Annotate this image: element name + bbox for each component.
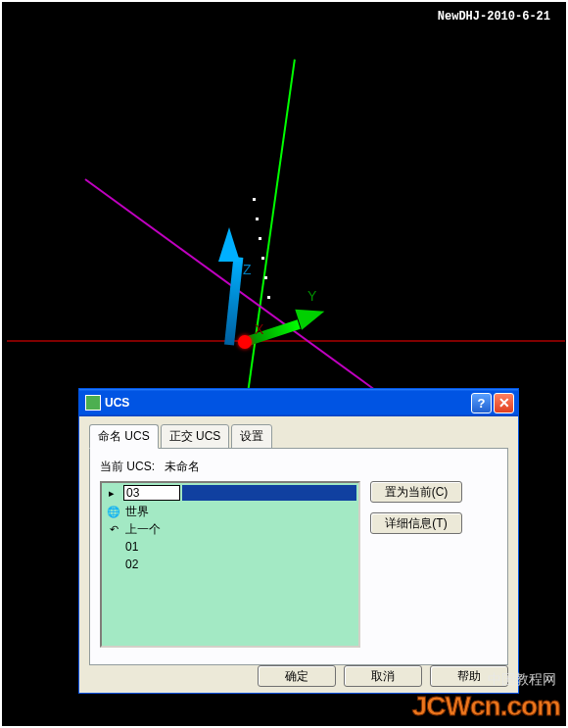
list-item[interactable]: 01 xyxy=(102,538,358,556)
tab-settings[interactable]: 设置 xyxy=(231,424,272,449)
tab-bar: 命名 UCS 正交 UCS 设置 xyxy=(89,424,508,449)
list-item-editing[interactable]: ▸ xyxy=(102,483,358,503)
origin-point xyxy=(238,335,252,349)
list-item-label: 世界 xyxy=(125,504,149,520)
arrow-z-body xyxy=(224,257,243,346)
current-ucs-label: 当前 UCS: 未命名 xyxy=(100,459,497,475)
ucs-dialog: UCS ? ✕ 命名 UCS 正交 UCS 设置 当前 UCS: 未命名 ▸ xyxy=(78,388,519,694)
tick-mark xyxy=(267,296,270,299)
list-item[interactable]: ↶ 上一个 xyxy=(102,520,358,538)
list-item-label: 01 xyxy=(125,540,138,554)
current-ucs-prefix: 当前 UCS: xyxy=(100,460,155,473)
current-ucs-value: 未命名 xyxy=(165,460,200,473)
blank-icon xyxy=(106,540,121,554)
blank-icon xyxy=(106,558,121,571)
date-label: NewDHJ-2010-6-21 xyxy=(438,10,550,24)
axis-line-z xyxy=(242,60,296,429)
ucs-listbox[interactable]: ▸ 🌐 世界 ↶ 上一个 01 xyxy=(100,481,360,648)
watermark-jcw: JCWcn.com xyxy=(412,691,560,722)
rename-input[interactable] xyxy=(123,485,180,501)
dialog-body: 命名 UCS 正交 UCS 设置 当前 UCS: 未命名 ▸ 🌐 xyxy=(79,416,518,669)
list-item-label: 02 xyxy=(125,558,138,571)
watermark-cn: 中国教程网 xyxy=(488,671,556,689)
arrow-y-head xyxy=(295,301,327,330)
set-current-button[interactable]: 置为当前(C) xyxy=(370,481,462,503)
axis-line-x xyxy=(7,340,565,342)
arrow-y-body xyxy=(243,319,300,346)
list-item[interactable]: 🌐 世界 xyxy=(102,503,358,520)
tick-mark xyxy=(253,198,256,201)
tick-mark xyxy=(261,257,264,260)
tab-named-ucs[interactable]: 命名 UCS xyxy=(89,424,159,449)
axis-label-y: Y xyxy=(308,288,316,304)
globe-icon: 🌐 xyxy=(106,505,121,518)
list-item[interactable]: 02 xyxy=(102,556,358,573)
titlebar[interactable]: UCS ? ✕ xyxy=(79,389,518,416)
selection-highlight xyxy=(182,485,356,501)
axis-label-x: X xyxy=(255,321,263,337)
prev-icon: ↶ xyxy=(106,522,121,536)
axis-label-z: Z xyxy=(243,262,252,277)
close-icon[interactable]: ✕ xyxy=(494,393,514,413)
tick-mark xyxy=(259,237,261,240)
list-item-label: 上一个 xyxy=(125,521,161,538)
help-icon[interactable]: ? xyxy=(471,393,492,413)
app-icon xyxy=(85,395,101,411)
cancel-button[interactable]: 取消 xyxy=(344,665,422,687)
ok-button[interactable]: 确定 xyxy=(258,665,336,687)
tick-mark xyxy=(264,276,267,279)
dialog-title: UCS xyxy=(105,396,469,410)
tab-panel: 当前 UCS: 未命名 ▸ 🌐 世界 ↶ xyxy=(89,448,508,665)
tick-mark xyxy=(256,218,259,220)
arrow-z-head xyxy=(218,227,240,262)
pointer-icon: ▸ xyxy=(104,486,119,500)
tab-ortho-ucs[interactable]: 正交 UCS xyxy=(161,424,230,449)
details-button[interactable]: 详细信息(T) xyxy=(370,512,462,534)
